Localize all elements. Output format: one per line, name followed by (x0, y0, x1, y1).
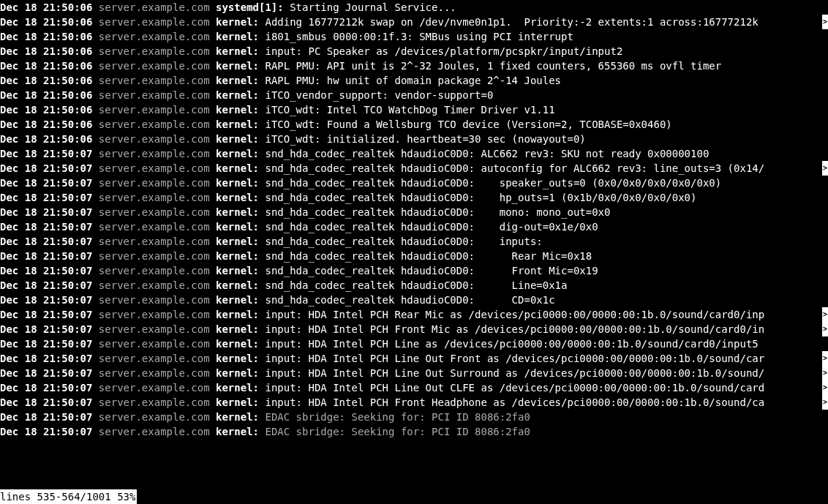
log-host: server.example.com (92, 89, 216, 101)
log-line: Dec 18 21:50:07 server.example.com kerne… (0, 307, 828, 322)
log-timestamp: Dec 18 21:50:07 (0, 206, 92, 218)
log-line: Dec 18 21:50:07 server.example.com kerne… (0, 176, 828, 190)
log-message: input: HDA Intel PCH Line as /devices/pc… (265, 338, 758, 350)
log-process: kernel: (216, 192, 259, 203)
log-message: snd_hda_codec_realtek hdaudioC0D0: Line=… (265, 279, 567, 291)
log-line: Dec 18 21:50:07 server.example.com kerne… (0, 293, 828, 307)
log-host: server.example.com (92, 338, 216, 350)
log-timestamp: Dec 18 21:50:07 (0, 294, 92, 306)
log-process: kernel: (216, 426, 259, 437)
log-timestamp: Dec 18 21:50:07 (0, 265, 92, 277)
log-message: snd_hda_codec_realtek hdaudioC0D0: Rear … (265, 250, 592, 262)
log-timestamp: Dec 18 21:50:07 (0, 250, 92, 262)
log-timestamp: Dec 18 21:50:06 (0, 31, 92, 42)
line-overflow-indicator-icon: > (822, 380, 828, 395)
log-timestamp: Dec 18 21:50:06 (0, 60, 92, 72)
log-host: server.example.com (92, 236, 216, 247)
log-message: i801_smbus 0000:00:1f.3: SMBus using PCI… (265, 31, 573, 42)
line-overflow-indicator-icon: > (822, 366, 828, 380)
log-process: kernel: (216, 104, 259, 116)
log-message: input: HDA Intel PCH Front Mic as /devic… (265, 323, 764, 335)
log-process: kernel: (216, 396, 259, 408)
log-line: Dec 18 21:50:07 server.example.com kerne… (0, 424, 828, 439)
log-process: systemd[1]: (216, 1, 284, 13)
log-timestamp: Dec 18 21:50:07 (0, 382, 92, 394)
log-timestamp: Dec 18 21:50:06 (0, 16, 92, 28)
log-host: server.example.com (92, 411, 216, 423)
line-overflow-indicator-icon: > (822, 15, 828, 29)
log-line: Dec 18 21:50:06 server.example.com kerne… (0, 73, 828, 88)
log-host: server.example.com (92, 75, 216, 86)
log-message: EDAC sbridge: Seeking for: PCI ID 8086:2… (265, 411, 530, 423)
log-process: kernel: (216, 16, 259, 28)
log-process: kernel: (216, 236, 259, 247)
log-process: kernel: (216, 31, 259, 42)
log-host: server.example.com (92, 119, 216, 130)
log-line: Dec 18 21:50:06 server.example.com kerne… (0, 44, 828, 59)
log-line: Dec 18 21:50:07 server.example.com kerne… (0, 219, 828, 234)
log-message: snd_hda_codec_realtek hdaudioC0D0: CD=0x… (265, 294, 554, 306)
log-line: Dec 18 21:50:07 server.example.com kerne… (0, 278, 828, 293)
log-process: kernel: (216, 206, 259, 218)
log-host: server.example.com (92, 353, 216, 364)
log-process: kernel: (216, 162, 259, 174)
pager-status-line: lines 535-564/1001 53% (0, 489, 137, 504)
log-process: kernel: (216, 75, 259, 86)
log-host: server.example.com (92, 279, 216, 291)
log-timestamp: Dec 18 21:50:07 (0, 236, 92, 247)
line-overflow-indicator-icon: > (822, 161, 828, 176)
log-line: Dec 18 21:50:07 server.example.com kerne… (0, 263, 828, 278)
log-host: server.example.com (92, 177, 216, 189)
log-message: iTCO_wdt: Intel TCO WatchDog Timer Drive… (265, 104, 554, 116)
log-process: kernel: (216, 265, 259, 277)
log-process: kernel: (216, 250, 259, 262)
log-message: input: HDA Intel PCH Front Headphone as … (265, 396, 764, 408)
log-host: server.example.com (92, 60, 216, 72)
log-line: Dec 18 21:50:07 server.example.com kerne… (0, 395, 828, 410)
log-host: server.example.com (92, 323, 216, 335)
log-message: snd_hda_codec_realtek hdaudioC0D0: dig-o… (265, 221, 598, 233)
log-line: Dec 18 21:50:07 server.example.com kerne… (0, 190, 828, 205)
log-message: snd_hda_codec_realtek hdaudioC0D0: speak… (265, 177, 721, 189)
log-timestamp: Dec 18 21:50:07 (0, 192, 92, 203)
log-host: server.example.com (92, 382, 216, 394)
log-host: server.example.com (92, 133, 216, 145)
log-host: server.example.com (92, 396, 216, 408)
log-timestamp: Dec 18 21:50:06 (0, 75, 92, 86)
log-timestamp: Dec 18 21:50:06 (0, 89, 92, 101)
log-line: Dec 18 21:50:07 server.example.com kerne… (0, 322, 828, 336)
log-host: server.example.com (92, 206, 216, 218)
log-line: Dec 18 21:50:07 server.example.com kerne… (0, 351, 828, 366)
log-timestamp: Dec 18 21:50:07 (0, 323, 92, 335)
log-line: Dec 18 21:50:07 server.example.com kerne… (0, 366, 828, 380)
log-line: Dec 18 21:50:07 server.example.com kerne… (0, 146, 828, 161)
log-message: input: PC Speaker as /devices/platform/p… (265, 45, 622, 57)
log-process: kernel: (216, 309, 259, 320)
log-host: server.example.com (92, 294, 216, 306)
log-line: Dec 18 21:50:07 server.example.com kerne… (0, 249, 828, 263)
log-timestamp: Dec 18 21:50:06 (0, 1, 92, 13)
line-overflow-indicator-icon: > (822, 351, 828, 366)
log-line: Dec 18 21:50:07 server.example.com kerne… (0, 336, 828, 351)
log-line: Dec 18 21:50:06 server.example.com kerne… (0, 102, 828, 117)
log-message: iTCO_wdt: Found a Wellsburg TCO device (… (265, 119, 671, 130)
log-timestamp: Dec 18 21:50:06 (0, 45, 92, 57)
log-line: Dec 18 21:50:07 server.example.com kerne… (0, 161, 828, 176)
log-message: snd_hda_codec_realtek hdaudioC0D0: input… (265, 236, 542, 247)
log-host: server.example.com (92, 221, 216, 233)
log-message: Starting Journal Service... (290, 1, 456, 13)
log-process: kernel: (216, 119, 259, 130)
log-host: server.example.com (92, 148, 216, 159)
log-host: server.example.com (92, 31, 216, 42)
log-timestamp: Dec 18 21:50:07 (0, 162, 92, 174)
log-line: Dec 18 21:50:07 server.example.com kerne… (0, 410, 828, 424)
log-message: Adding 16777212k swap on /dev/nvme0n1p1.… (265, 16, 764, 28)
log-process: kernel: (216, 60, 259, 72)
terminal-viewport[interactable]: Dec 18 21:50:06 server.example.com syste… (0, 0, 828, 504)
log-host: server.example.com (92, 309, 216, 320)
log-message: input: HDA Intel PCH Line Out Front as /… (265, 353, 764, 364)
log-process: kernel: (216, 221, 259, 233)
log-message: RAPL PMU: hw unit of domain package 2^-1… (265, 75, 561, 86)
log-message: snd_hda_codec_realtek hdaudioC0D0: Front… (265, 265, 598, 277)
log-process: kernel: (216, 148, 259, 159)
